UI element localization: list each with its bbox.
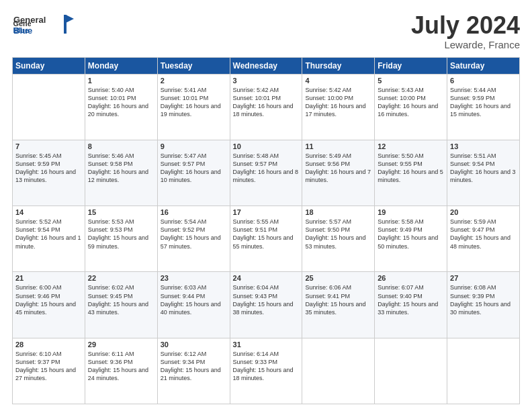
calendar-cell: 8Sunrise: 5:46 AM Sunset: 9:58 PM Daylig… [85, 140, 157, 205]
calendar-week-row: 7Sunrise: 5:45 AM Sunset: 9:59 PM Daylig… [13, 140, 520, 205]
calendar-week-row: 21Sunrise: 6:00 AM Sunset: 9:46 PM Dayli… [13, 272, 520, 338]
day-info: Sunrise: 5:40 AM Sunset: 10:01 PM Daylig… [88, 86, 154, 119]
calendar-cell: 5Sunrise: 5:43 AM Sunset: 10:00 PM Dayli… [375, 74, 447, 140]
day-info: Sunrise: 6:00 AM Sunset: 9:46 PM Dayligh… [15, 283, 82, 316]
calendar-cell: 10Sunrise: 5:48 AM Sunset: 9:57 PM Dayli… [230, 140, 302, 205]
day-info: Sunrise: 5:41 AM Sunset: 10:01 PM Daylig… [161, 86, 227, 119]
day-number: 2 [161, 77, 227, 85]
day-number: 16 [161, 208, 227, 216]
day-number: 1 [88, 77, 154, 85]
page: General Blue General Blue July 2024 Lewa… [0, 0, 532, 411]
day-info: Sunrise: 5:54 AM Sunset: 9:52 PM Dayligh… [161, 218, 227, 250]
day-number: 13 [450, 142, 517, 150]
day-number: 26 [378, 274, 444, 282]
calendar-cell: 28Sunrise: 6:10 AM Sunset: 9:37 PM Dayli… [13, 338, 85, 404]
calendar-cell: 26Sunrise: 6:07 AM Sunset: 9:40 PM Dayli… [375, 272, 447, 338]
day-number: 17 [233, 208, 300, 216]
day-number: 18 [305, 208, 371, 216]
day-info: Sunrise: 6:04 AM Sunset: 9:43 PM Dayligh… [233, 283, 300, 316]
day-number: 4 [305, 77, 371, 85]
col-monday: Monday [85, 57, 157, 74]
day-info: Sunrise: 5:45 AM Sunset: 9:59 PM Dayligh… [15, 152, 82, 185]
calendar-cell: 2Sunrise: 5:41 AM Sunset: 10:01 PM Dayli… [157, 74, 230, 140]
calendar-cell: 7Sunrise: 5:45 AM Sunset: 9:59 PM Daylig… [13, 140, 85, 205]
calendar-cell: 16Sunrise: 5:54 AM Sunset: 9:52 PM Dayli… [157, 206, 230, 272]
day-info: Sunrise: 5:57 AM Sunset: 9:50 PM Dayligh… [305, 218, 371, 250]
calendar-cell: 18Sunrise: 5:57 AM Sunset: 9:50 PM Dayli… [302, 206, 375, 272]
day-number: 11 [305, 142, 371, 150]
calendar-cell: 30Sunrise: 6:12 AM Sunset: 9:34 PM Dayli… [157, 338, 230, 404]
day-info: Sunrise: 5:44 AM Sunset: 9:59 PM Dayligh… [450, 86, 517, 119]
day-number: 8 [88, 142, 154, 150]
calendar-cell: 24Sunrise: 6:04 AM Sunset: 9:43 PM Dayli… [230, 272, 302, 338]
calendar-cell: 21Sunrise: 6:00 AM Sunset: 9:46 PM Dayli… [13, 272, 85, 338]
svg-text:General: General [13, 15, 46, 25]
day-info: Sunrise: 5:51 AM Sunset: 9:54 PM Dayligh… [450, 152, 517, 185]
day-info: Sunrise: 5:43 AM Sunset: 10:00 PM Daylig… [378, 86, 444, 119]
calendar-cell: 4Sunrise: 5:42 AM Sunset: 10:00 PM Dayli… [302, 74, 375, 140]
day-info: Sunrise: 5:47 AM Sunset: 9:57 PM Dayligh… [161, 152, 227, 185]
calendar-cell: 11Sunrise: 5:49 AM Sunset: 9:56 PM Dayli… [302, 140, 375, 205]
day-number: 7 [15, 142, 82, 150]
calendar-cell: 9Sunrise: 5:47 AM Sunset: 9:57 PM Daylig… [157, 140, 230, 205]
col-tuesday: Tuesday [157, 57, 230, 74]
day-number: 27 [450, 274, 517, 282]
day-info: Sunrise: 6:07 AM Sunset: 9:40 PM Dayligh… [378, 283, 444, 316]
calendar-week-row: 1Sunrise: 5:40 AM Sunset: 10:01 PM Dayli… [13, 74, 520, 140]
day-number: 23 [161, 274, 227, 282]
logo: General Blue General Blue [12, 12, 74, 38]
col-saturday: Saturday [447, 57, 520, 74]
calendar-cell: 31Sunrise: 6:14 AM Sunset: 9:33 PM Dayli… [230, 338, 302, 404]
calendar-cell: 29Sunrise: 6:11 AM Sunset: 9:36 PM Dayli… [85, 338, 157, 404]
calendar-cell: 17Sunrise: 5:55 AM Sunset: 9:51 PM Dayli… [230, 206, 302, 272]
calendar-week-row: 14Sunrise: 5:52 AM Sunset: 9:54 PM Dayli… [13, 206, 520, 272]
day-info: Sunrise: 5:55 AM Sunset: 9:51 PM Dayligh… [233, 218, 300, 250]
day-info: Sunrise: 6:03 AM Sunset: 9:44 PM Dayligh… [161, 283, 227, 316]
day-info: Sunrise: 5:59 AM Sunset: 9:47 PM Dayligh… [450, 218, 517, 250]
day-info: Sunrise: 6:06 AM Sunset: 9:41 PM Dayligh… [305, 283, 371, 316]
calendar-header-row: Sunday Monday Tuesday Wednesday Thursday… [13, 57, 520, 74]
day-number: 31 [233, 340, 300, 349]
day-info: Sunrise: 6:10 AM Sunset: 9:37 PM Dayligh… [15, 350, 82, 383]
day-number: 28 [15, 340, 82, 349]
day-number: 10 [233, 142, 300, 150]
day-number: 14 [15, 208, 82, 216]
day-number: 19 [378, 208, 444, 216]
col-wednesday: Wednesday [230, 57, 302, 74]
day-info: Sunrise: 6:11 AM Sunset: 9:36 PM Dayligh… [88, 350, 154, 383]
day-info: Sunrise: 5:46 AM Sunset: 9:58 PM Dayligh… [88, 152, 154, 185]
day-info: Sunrise: 5:52 AM Sunset: 9:54 PM Dayligh… [15, 218, 82, 250]
svg-marker-5 [66, 15, 74, 23]
col-friday: Friday [375, 57, 447, 74]
day-number: 30 [161, 340, 227, 349]
svg-text:Blue: Blue [13, 26, 32, 36]
calendar-cell: 22Sunrise: 6:02 AM Sunset: 9:45 PM Dayli… [85, 272, 157, 338]
day-number: 3 [233, 77, 300, 85]
day-info: Sunrise: 6:08 AM Sunset: 9:39 PM Dayligh… [450, 283, 517, 316]
calendar-cell: 23Sunrise: 6:03 AM Sunset: 9:44 PM Dayli… [157, 272, 230, 338]
calendar-cell: 14Sunrise: 5:52 AM Sunset: 9:54 PM Dayli… [13, 206, 85, 272]
subtitle: Lewarde, France [411, 39, 520, 50]
svg-rect-6 [64, 15, 66, 34]
day-info: Sunrise: 5:50 AM Sunset: 9:55 PM Dayligh… [378, 152, 444, 185]
calendar-cell: 19Sunrise: 5:58 AM Sunset: 9:49 PM Dayli… [375, 206, 447, 272]
col-sunday: Sunday [13, 57, 85, 74]
calendar-cell: 12Sunrise: 5:50 AM Sunset: 9:55 PM Dayli… [375, 140, 447, 205]
calendar-cell: 3Sunrise: 5:42 AM Sunset: 10:01 PM Dayli… [230, 74, 302, 140]
day-number: 20 [450, 208, 517, 216]
day-number: 12 [378, 142, 444, 150]
day-number: 9 [161, 142, 227, 150]
calendar-cell: 25Sunrise: 6:06 AM Sunset: 9:41 PM Dayli… [302, 272, 375, 338]
title-block: July 2024 Lewarde, France [411, 12, 520, 50]
day-info: Sunrise: 5:42 AM Sunset: 10:00 PM Daylig… [305, 86, 371, 119]
calendar-cell [13, 74, 85, 140]
calendar-cell: 15Sunrise: 5:53 AM Sunset: 9:53 PM Dayli… [85, 206, 157, 272]
day-info: Sunrise: 6:02 AM Sunset: 9:45 PM Dayligh… [88, 283, 154, 316]
day-info: Sunrise: 6:14 AM Sunset: 9:33 PM Dayligh… [233, 350, 300, 383]
day-number: 21 [15, 274, 82, 282]
calendar-cell [375, 338, 447, 404]
day-number: 24 [233, 274, 300, 282]
calendar-cell: 13Sunrise: 5:51 AM Sunset: 9:54 PM Dayli… [447, 140, 520, 205]
day-number: 25 [305, 274, 371, 282]
calendar-cell: 27Sunrise: 6:08 AM Sunset: 9:39 PM Dayli… [447, 272, 520, 338]
